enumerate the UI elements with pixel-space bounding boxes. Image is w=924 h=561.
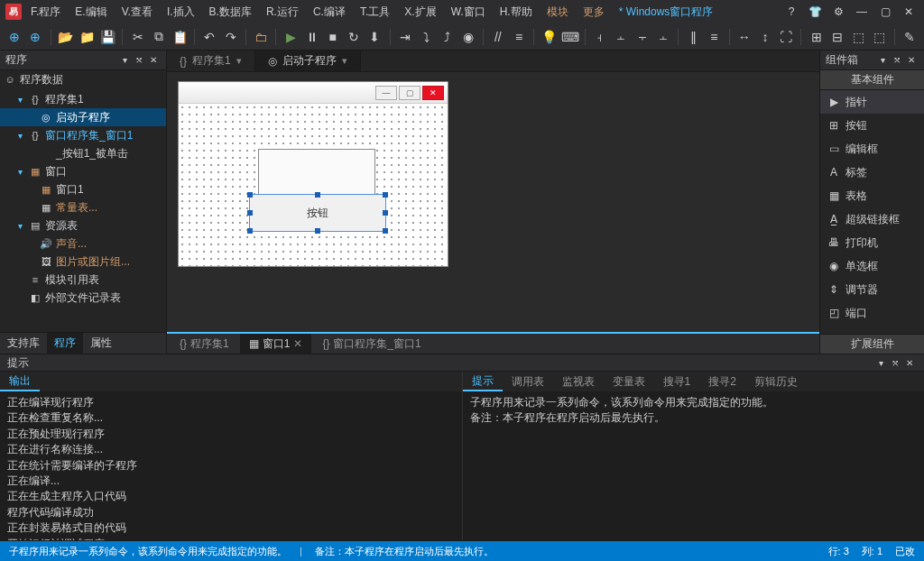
size-w-icon[interactable]: ↔ [735, 27, 753, 47]
form-designer[interactable]: — ▢ ✕ 按钮 [167, 72, 819, 334]
step2-icon[interactable]: ⤵ [417, 27, 435, 47]
restart-icon[interactable]: ↻ [345, 27, 363, 47]
tree-node[interactable]: 🖼图片或图片组... [0, 253, 166, 271]
run-icon[interactable]: ▶ [282, 27, 300, 47]
left-tab[interactable]: 程序 [47, 333, 83, 354]
left-tab[interactable]: 属性 [83, 333, 119, 354]
build-icon[interactable]: 🗀 [252, 27, 270, 47]
tree-root[interactable]: ☺ 程序数据 [0, 70, 166, 88]
left-tab[interactable]: 支持库 [0, 333, 47, 354]
comp-section-header[interactable]: 基本组件 [820, 70, 924, 90]
open-icon[interactable]: 📂 [57, 27, 75, 47]
shirt-icon[interactable]: 👕 [805, 2, 825, 22]
new2-icon[interactable]: ⊕ [26, 27, 44, 47]
tree-node[interactable]: _按钮1_被单击 [0, 144, 166, 162]
component-item[interactable]: ⊞按钮 [820, 114, 924, 137]
bp-icon[interactable]: ◉ [458, 27, 476, 47]
bottom-tab[interactable]: 剪辑历史 [745, 372, 807, 391]
bottom-tab[interactable]: 搜寻1 [654, 372, 700, 391]
step3-icon[interactable]: ⤴ [438, 27, 456, 47]
menu-modules[interactable]: 模块 [541, 2, 574, 23]
pin-icon[interactable]: ⤲ [132, 53, 146, 68]
copy-icon[interactable]: ⧉ [150, 27, 168, 47]
menu-item[interactable]: T.工具 [355, 2, 395, 23]
align-right-icon[interactable]: ⫟ [633, 27, 651, 47]
kbd-icon[interactable]: ⌨ [561, 27, 579, 47]
help-icon[interactable]: ? [781, 2, 801, 22]
align-center-icon[interactable]: ⫠ [612, 27, 630, 47]
dropdown-icon[interactable]: ▾ [117, 53, 132, 68]
form-close-icon[interactable]: ✕ [422, 86, 444, 100]
pin-icon[interactable]: ⤲ [890, 53, 904, 68]
align-left-icon[interactable]: ⫞ [591, 27, 609, 47]
center-bottom-tab[interactable]: {}窗口程序集_窗口1 [313, 334, 430, 354]
dist-v-icon[interactable]: ≡ [705, 27, 723, 47]
save-icon[interactable]: 💾 [98, 27, 116, 47]
folder-icon[interactable]: 📁 [78, 27, 96, 47]
stop-icon[interactable]: ■ [324, 27, 342, 47]
dropdown-icon[interactable]: ▾ [873, 355, 888, 370]
bulb-icon[interactable]: 💡 [540, 27, 558, 47]
uncomment-icon[interactable]: ≡ [510, 27, 528, 47]
component-item[interactable]: 🖶打印机 [820, 231, 924, 254]
pause-icon[interactable]: ⏸ [302, 27, 320, 47]
tree-node[interactable]: ▾{}窗口程序集_窗口1 [0, 126, 166, 144]
close-panel-icon[interactable]: ✕ [904, 53, 919, 68]
tree-node[interactable]: ▾▦窗口 [0, 162, 166, 180]
maximize-icon[interactable]: ▢ [875, 2, 895, 22]
component-item[interactable]: A̲超级链接框 [820, 207, 924, 231]
form-window[interactable]: — ▢ ✕ 按钮 [178, 81, 448, 267]
menu-item[interactable]: X.扩展 [399, 2, 441, 23]
menu-item[interactable]: I.插入 [162, 2, 200, 23]
close-icon[interactable]: ✕ [899, 2, 919, 22]
front-icon[interactable]: ⬚ [849, 27, 867, 47]
component-item[interactable]: A标签 [820, 161, 924, 184]
bottom-tab[interactable]: 提示 [463, 372, 503, 391]
component-item[interactable]: ◰端口 [820, 301, 924, 325]
new-icon[interactable]: ⊕ [5, 27, 23, 47]
bottom-tab[interactable]: 监视表 [553, 372, 604, 391]
redo-icon[interactable]: ↷ [222, 27, 240, 47]
cut-icon[interactable]: ✂ [128, 27, 146, 47]
bottom-tab[interactable]: 变量表 [604, 372, 654, 391]
tree-node[interactable]: ▦常量表... [0, 198, 166, 216]
back-icon[interactable]: ⬚ [870, 27, 888, 47]
component-item[interactable]: ◉单选框 [820, 254, 924, 278]
component-item[interactable]: ⇕调节器 [820, 278, 924, 301]
align-top-icon[interactable]: ⫠ [654, 27, 672, 47]
form-min-icon[interactable]: — [375, 86, 397, 100]
menu-item[interactable]: V.查看 [116, 2, 158, 23]
comp-footer[interactable]: 扩展组件 [820, 334, 924, 354]
dist-h-icon[interactable]: ‖ [684, 27, 702, 47]
menu-item[interactable]: B.数据库 [204, 2, 257, 23]
gear-icon[interactable]: ⚙ [828, 2, 848, 22]
center-v-icon[interactable]: ⊟ [828, 27, 846, 47]
button-control[interactable]: 按钮 [249, 194, 386, 232]
close-panel-icon[interactable]: ✕ [146, 53, 161, 68]
pin-icon[interactable]: ⤲ [888, 355, 902, 370]
menu-item[interactable]: F.程序 [25, 2, 66, 23]
size-h-icon[interactable]: ↕ [756, 27, 774, 47]
component-item[interactable]: ▭编辑框 [820, 137, 924, 161]
tree-node[interactable]: ◎启动子程序 [0, 108, 166, 126]
tree-node[interactable]: ◧外部文件记录表 [0, 289, 166, 307]
form-body[interactable]: 按钮 [179, 104, 448, 266]
paste-icon[interactable]: 📋 [171, 27, 189, 47]
menu-item[interactable]: R.运行 [261, 2, 304, 23]
download-icon[interactable]: ⬇ [365, 27, 383, 47]
tree-node[interactable]: ▾{}程序集1 [0, 90, 166, 108]
comment-icon[interactable]: // [489, 27, 507, 47]
editor-tab[interactable]: ◎启动子程序▾ [255, 51, 361, 71]
menu-item[interactable]: H.帮助 [494, 2, 538, 23]
form-max-icon[interactable]: ▢ [399, 86, 420, 100]
bottom-tab[interactable]: 调用表 [503, 372, 553, 391]
tab-output[interactable]: 输出 [0, 372, 40, 391]
center-h-icon[interactable]: ⊞ [807, 27, 825, 47]
tree-node[interactable]: ▦窗口1 [0, 180, 166, 198]
center-bottom-tab[interactable]: {}程序集1 [171, 334, 238, 354]
component-item[interactable]: ▶指针 [820, 90, 924, 114]
dropdown-icon[interactable]: ▾ [875, 53, 890, 68]
center-bottom-tab[interactable]: ▦窗口1 ✕ [240, 334, 312, 354]
editor-tab[interactable]: {}程序集1▾ [167, 51, 255, 71]
tree-node[interactable]: 🔊声音... [0, 235, 166, 253]
